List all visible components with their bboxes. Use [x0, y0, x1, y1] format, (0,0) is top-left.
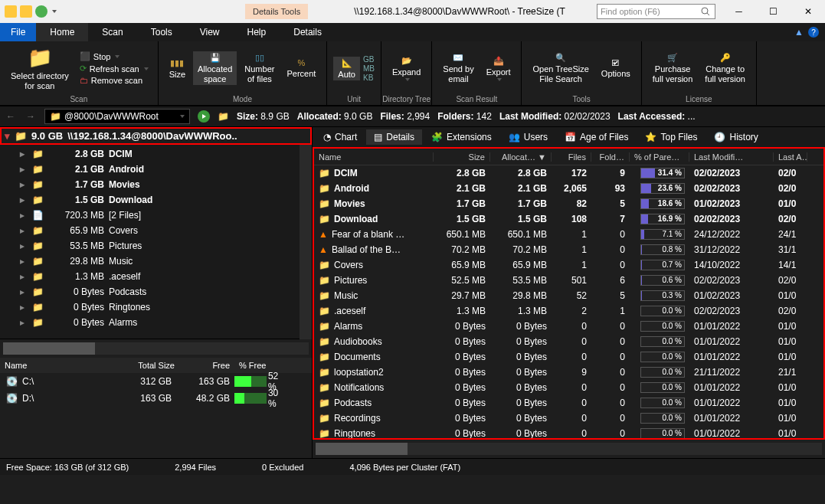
grid-body[interactable]: 📁DCIM2.8 GB2.8 GB172931.4 %02/02/202302/…: [314, 165, 823, 438]
minimize-button[interactable]: ─: [722, 0, 756, 23]
grid-row[interactable]: 📁.aceself1.3 MB1.3 MB210.0 %02/02/202302…: [314, 303, 823, 319]
select-directory-button[interactable]: 📁Select directory for scan: [6, 44, 74, 91]
grid-row[interactable]: 📁Podcasts0 Bytes0 Bytes000.0 %01/01/2022…: [314, 395, 823, 411]
menu-home[interactable]: Home: [36, 23, 88, 41]
grid-row[interactable]: 📁Music29.7 MB29.8 MB5250.3 %01/02/202301…: [314, 288, 823, 303]
qat-dropdown-icon[interactable]: [52, 10, 57, 13]
refresh-scan-button[interactable]: ⟳Refresh scan: [77, 63, 152, 74]
col-files[interactable]: Files: [552, 152, 591, 162]
tree-row[interactable]: ▸📁29.8 MBMusic: [0, 254, 300, 269]
grid-row[interactable]: 📁Notifications0 Bytes0 Bytes000.0 %01/01…: [314, 380, 823, 395]
grid-row[interactable]: 📁Audiobooks0 Bytes0 Bytes000.0 %01/01/20…: [314, 334, 823, 349]
purchase-button[interactable]: 🛒Purchase full version: [648, 51, 698, 84]
tree-root-row[interactable]: ▾📁 9.0 GB \\192.168.1.34@8000\DavWWWRoo.…: [0, 127, 312, 145]
grid-row[interactable]: 📁Alarms0 Bytes0 Bytes000.0 %01/01/202201…: [314, 319, 823, 334]
open-filesearch-button[interactable]: 🔍Open TreeSize File Search: [528, 51, 593, 84]
expand-button[interactable]: 📂Expand: [388, 54, 425, 83]
tree-row[interactable]: ▸📁1.5 GBDownload: [0, 192, 300, 208]
export-button[interactable]: 📤Export: [482, 54, 516, 83]
grid-hscroll[interactable]: [316, 443, 822, 455]
maximize-button[interactable]: ☐: [756, 0, 791, 23]
grid-row[interactable]: 📁DCIM2.8 GB2.8 GB172931.4 %02/02/202302/…: [314, 165, 823, 181]
tree-row[interactable]: ▸📁2.1 GBAndroid: [0, 162, 300, 177]
help-icon[interactable]: ?: [808, 27, 819, 38]
col-allocated[interactable]: Allocat… ▼: [490, 152, 552, 162]
options-button[interactable]: 🗹Options: [597, 57, 635, 80]
unit-kb-button[interactable]: KB: [363, 74, 375, 82]
grid-row[interactable]: 📁Android2.1 GB2.1 GB2,0659323.6 %02/02/2…: [314, 181, 823, 196]
drives-col-total[interactable]: Total Size: [118, 361, 179, 370]
change-version-button[interactable]: 🔑Change to full version: [700, 51, 750, 84]
vlc-icon: ▲: [319, 229, 328, 240]
grid-row[interactable]: 📁Movies1.7 GB1.7 GB82518.6 %01/02/202301…: [314, 196, 823, 211]
rescan-button[interactable]: [198, 110, 210, 123]
grid-row[interactable]: 📁loopstation20 Bytes0 Bytes900.0 %21/11/…: [314, 365, 823, 380]
folder-icon: 📁: [319, 336, 330, 347]
drives-col-name[interactable]: Name: [0, 361, 118, 370]
collapse-ribbon-icon[interactable]: ▲: [794, 27, 804, 38]
grid-row[interactable]: ▲Fear of a blank …650.1 MB650.1 MB107.1 …: [314, 227, 823, 242]
tab-topfiles[interactable]: ⭐Top Files: [637, 129, 705, 145]
path-input[interactable]: 📁@8000\DavWWWRoot: [44, 109, 190, 124]
tree-row[interactable]: ▸📁1.3 MB.aceself: [0, 269, 300, 284]
menu-tools[interactable]: Tools: [137, 23, 186, 41]
col-modified[interactable]: Last Modifi…: [689, 152, 774, 162]
folder-icon: 📁: [319, 260, 330, 270]
grid-row[interactable]: 📁Documents0 Bytes0 Bytes000.0 %01/01/202…: [314, 349, 823, 365]
drives-col-pct[interactable]: % Free: [234, 361, 288, 370]
drive-row[interactable]: 💽D:\163 GB48.2 GB30 %: [0, 390, 312, 407]
tree-row[interactable]: ▸📄720.3 MB[2 Files]: [0, 208, 300, 223]
grid-row[interactable]: 📁Recordings0 Bytes0 Bytes000.0 %01/01/20…: [314, 411, 823, 426]
col-size[interactable]: Size: [434, 152, 490, 162]
grid-row[interactable]: 📁Download1.5 GB1.5 GB108716.9 %02/02/202…: [314, 211, 823, 227]
menu-help[interactable]: Help: [234, 23, 280, 41]
menu-view[interactable]: View: [186, 23, 234, 41]
remove-scan-button[interactable]: 🗀Remove scan: [77, 75, 152, 86]
tree-scrollbar[interactable]: [300, 145, 312, 339]
tab-chart[interactable]: ◔Chart: [316, 129, 365, 145]
grid-row[interactable]: 📁Ringtones0 Bytes0 Bytes000.0 %01/01/202…: [314, 426, 823, 438]
send-email-button[interactable]: ✉️Send by email: [438, 51, 478, 84]
qat-refresh-icon[interactable]: [35, 5, 47, 18]
tree-row[interactable]: ▸📁2.8 GBDCIM: [0, 146, 300, 162]
unit-gb-button[interactable]: GB: [363, 55, 375, 64]
mode-numfiles-button[interactable]: ▯▯Number of files: [240, 51, 279, 84]
tab-users[interactable]: 👥Users: [501, 129, 555, 145]
tree-row[interactable]: ▸📁1.7 GBMovies: [0, 177, 300, 192]
drives-col-free[interactable]: Free: [179, 361, 234, 370]
tree-row[interactable]: ▸📁0 BytesRingtones: [0, 299, 300, 315]
tree-hscroll[interactable]: [3, 342, 309, 355]
find-option-input[interactable]: Find option (F6): [597, 4, 715, 19]
menu-details[interactable]: Details: [280, 23, 336, 41]
folder-icon: 📁: [319, 275, 330, 286]
unit-auto-button[interactable]: 📐Auto: [333, 57, 360, 80]
tree-row[interactable]: ▸📁0 BytesPodcasts: [0, 284, 300, 299]
col-folders[interactable]: Fold…: [591, 152, 630, 162]
tree-body[interactable]: ▸📁2.8 GBDCIM▸📁2.1 GBAndroid▸📁1.7 GBMovie…: [0, 145, 300, 339]
col-name[interactable]: Name: [314, 152, 434, 162]
tab-details[interactable]: ▤Details: [366, 129, 422, 145]
tab-extensions[interactable]: 🧩Extensions: [424, 129, 499, 145]
nav-back-button[interactable]: ←: [5, 111, 17, 122]
grid-row[interactable]: 📁Pictures52.5 MB53.5 MB50160.6 %02/02/20…: [314, 273, 823, 288]
stop-scan-button[interactable]: ⬛Stop: [77, 51, 152, 62]
tree-row[interactable]: ▸📁0 BytesAlarms: [0, 315, 300, 330]
mode-size-button[interactable]: ▮▮▮Size: [165, 57, 190, 80]
col-percent[interactable]: % of Pare…: [630, 152, 689, 162]
mode-percent-button[interactable]: %Percent: [282, 57, 320, 80]
grid-row[interactable]: 📁Covers65.9 MB65.9 MB100.7 %14/10/202214…: [314, 257, 823, 273]
tree-row[interactable]: ▸📁53.5 MBPictures: [0, 238, 300, 254]
menu-scan[interactable]: Scan: [88, 23, 136, 41]
mode-allocated-button[interactable]: 💾Allocated space: [193, 51, 237, 84]
tab-history[interactable]: 🕘History: [706, 129, 765, 145]
grid-row[interactable]: ▲Ballad of the B…70.2 MB70.2 MB100.8 %31…: [314, 242, 823, 257]
qat-folder-icon[interactable]: [20, 5, 32, 18]
tree-row[interactable]: ▸📁65.9 MBCovers: [0, 223, 300, 238]
nav-forward-button[interactable]: →: [25, 111, 37, 122]
menu-file[interactable]: File: [0, 23, 36, 41]
tab-age[interactable]: 📅Age of Files: [557, 129, 636, 145]
col-accessed[interactable]: Last A…: [774, 152, 807, 162]
unit-mb-button[interactable]: MB: [363, 64, 375, 73]
list-icon: ▤: [374, 132, 382, 142]
close-button[interactable]: ✕: [791, 0, 825, 23]
